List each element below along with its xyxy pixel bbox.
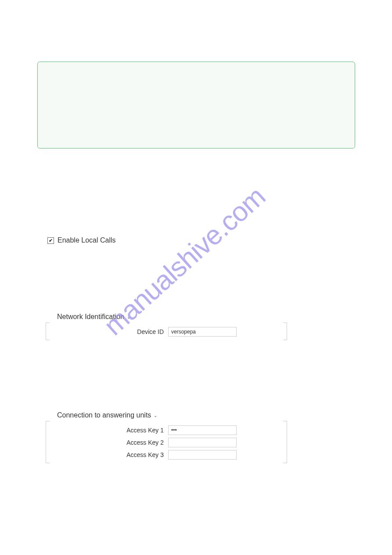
access-key-2-row: Access Key 2 <box>46 438 287 447</box>
device-id-input[interactable] <box>168 327 237 337</box>
connection-answering-units-title: Connection to answering units <box>57 411 151 419</box>
connection-answering-units-group: Connection to answering units ⌄ Access K… <box>46 411 287 463</box>
access-key-3-row: Access Key 3 <box>46 450 287 460</box>
network-identification-header[interactable]: Network Identification ⌄ <box>46 313 287 321</box>
device-id-row: Device ID <box>46 327 287 337</box>
access-key-2-label: Access Key 2 <box>46 439 168 446</box>
access-key-3-label: Access Key 3 <box>46 451 168 458</box>
access-key-1-label: Access Key 1 <box>46 427 168 434</box>
device-id-label: Device ID <box>46 328 168 335</box>
network-identification-group: Network Identification ⌄ Device ID <box>46 313 287 340</box>
info-panel <box>37 62 355 149</box>
chevron-down-icon: ⌄ <box>127 315 130 319</box>
enable-local-calls-label: Enable Local Calls <box>58 236 116 244</box>
access-key-2-input[interactable] <box>168 438 237 447</box>
access-key-1-input[interactable] <box>168 425 237 435</box>
network-identification-body: Device ID <box>46 323 287 340</box>
connection-answering-units-body: Access Key 1 Access Key 2 Access Key 3 <box>46 421 287 463</box>
network-identification-title: Network Identification <box>57 313 124 321</box>
enable-local-calls-row: ✔ Enable Local Calls <box>47 236 116 244</box>
connection-answering-units-header[interactable]: Connection to answering units ⌄ <box>46 411 287 419</box>
chevron-down-icon: ⌄ <box>154 413 157 418</box>
access-key-1-row: Access Key 1 <box>46 425 287 435</box>
access-key-3-input[interactable] <box>168 450 237 460</box>
enable-local-calls-checkbox[interactable]: ✔ <box>47 237 54 244</box>
page-container: ✔ Enable Local Calls Network Identificat… <box>0 0 392 555</box>
